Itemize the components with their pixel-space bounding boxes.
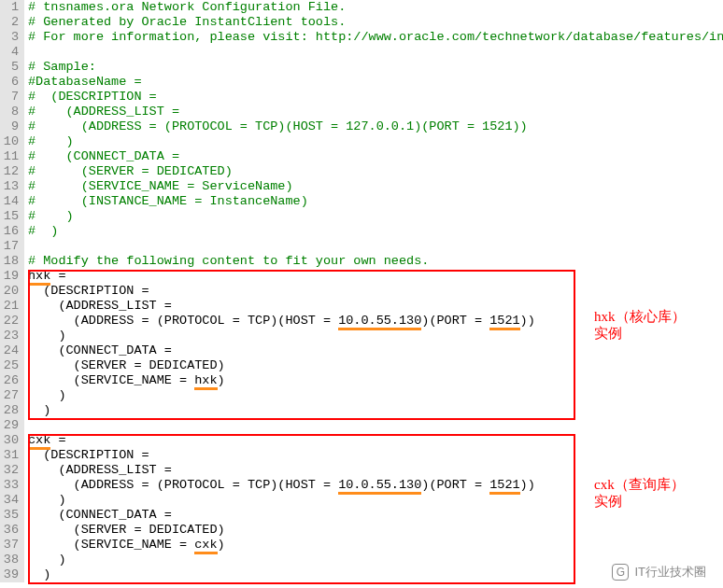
line-number: 20: [0, 284, 19, 299]
code-line[interactable]: # Sample:: [28, 60, 723, 75]
annotation-line: hxk（核心库）: [594, 308, 686, 325]
code-line[interactable]: # ): [28, 134, 723, 149]
line-number: 4: [0, 45, 19, 60]
line-number: 25: [0, 358, 19, 373]
line-number: 12: [0, 164, 19, 179]
code-line[interactable]: # (INSTANCE_NAME = InstanceName): [28, 194, 723, 209]
line-number: 6: [0, 75, 19, 90]
code-line[interactable]: (DESCRIPTION =: [28, 284, 723, 299]
watermark-icon: G: [612, 564, 629, 581]
line-number: 9: [0, 119, 19, 134]
code-line[interactable]: (CONNECT_DATA =: [28, 343, 723, 358]
line-number: 35: [0, 508, 19, 523]
line-number: 19: [0, 269, 19, 284]
line-number: 18: [0, 254, 19, 269]
watermark: G IT行业技术圈: [612, 564, 706, 581]
line-number: 39: [0, 567, 19, 582]
line-number: 29: [0, 418, 19, 433]
line-number: 7: [0, 90, 19, 105]
code-line[interactable]: (SERVER = DEDICATED): [28, 523, 723, 538]
code-line[interactable]: # Generated by Oracle InstantClient tool…: [28, 15, 723, 30]
code-line[interactable]: # (ADDRESS_LIST =: [28, 105, 723, 119]
line-number: 27: [0, 388, 19, 403]
code-line[interactable]: cxk =: [28, 433, 723, 448]
line-number: 38: [0, 553, 19, 567]
line-number: 1: [0, 0, 19, 15]
annotation-line: 实例: [594, 325, 686, 342]
code-line[interactable]: # (SERVER = DEDICATED): [28, 164, 723, 179]
code-line[interactable]: # (CONNECT_DATA =: [28, 149, 723, 164]
line-number: 15: [0, 209, 19, 224]
line-number: 8: [0, 105, 19, 119]
line-gutter: 1234567891011121314151617181920212223242…: [0, 0, 24, 582]
annotation-label-1: hxk（核心库）实例: [594, 308, 686, 342]
annotation-label-2: cxk（查询库）实例: [594, 476, 685, 510]
code-line[interactable]: (SERVICE_NAME = cxk): [28, 538, 723, 553]
code-line[interactable]: ): [28, 403, 723, 418]
code-line[interactable]: [28, 45, 723, 60]
line-number: 11: [0, 149, 19, 164]
code-line[interactable]: (SERVICE_NAME = hxk): [28, 373, 723, 388]
line-number: 36: [0, 523, 19, 538]
code-line[interactable]: #DatabaseName =: [28, 75, 723, 90]
code-line[interactable]: (CONNECT_DATA =: [28, 508, 723, 523]
code-line[interactable]: ): [28, 388, 723, 403]
code-line[interactable]: # (SERVICE_NAME = ServiceName): [28, 179, 723, 194]
line-number: 3: [0, 30, 19, 45]
line-number: 2: [0, 15, 19, 30]
code-line[interactable]: # ): [28, 209, 723, 224]
code-line[interactable]: (DESCRIPTION =: [28, 448, 723, 463]
line-number: 22: [0, 314, 19, 329]
code-line[interactable]: [28, 418, 723, 433]
line-number: 17: [0, 239, 19, 254]
line-number: 5: [0, 60, 19, 75]
line-number: 31: [0, 448, 19, 463]
line-number: 10: [0, 134, 19, 149]
line-number: 14: [0, 194, 19, 209]
line-number: 33: [0, 478, 19, 493]
watermark-text: IT行业技术圈: [634, 564, 706, 581]
code-line[interactable]: # For more information, please visit: ht…: [28, 30, 723, 45]
code-line[interactable]: # Modify the following content to fit yo…: [28, 254, 723, 269]
line-number: 37: [0, 538, 19, 553]
code-line[interactable]: (SERVER = DEDICATED): [28, 358, 723, 373]
line-number: 13: [0, 179, 19, 194]
line-number: 24: [0, 343, 19, 358]
line-number: 26: [0, 373, 19, 388]
line-number: 34: [0, 493, 19, 508]
code-line[interactable]: # ): [28, 224, 723, 239]
code-line[interactable]: # tnsnames.ora Network Configuration Fil…: [28, 0, 723, 15]
line-number: 23: [0, 329, 19, 343]
line-number: 21: [0, 299, 19, 314]
code-line[interactable]: [28, 239, 723, 254]
annotation-line: cxk（查询库）: [594, 476, 685, 493]
line-number: 32: [0, 463, 19, 478]
line-number: 28: [0, 403, 19, 418]
code-line[interactable]: hxk =: [28, 269, 723, 284]
line-number: 30: [0, 433, 19, 448]
code-line[interactable]: # (ADDRESS = (PROTOCOL = TCP)(HOST = 127…: [28, 119, 723, 134]
annotation-line: 实例: [594, 493, 685, 510]
code-line[interactable]: # (DESCRIPTION =: [28, 90, 723, 105]
line-number: 16: [0, 224, 19, 239]
